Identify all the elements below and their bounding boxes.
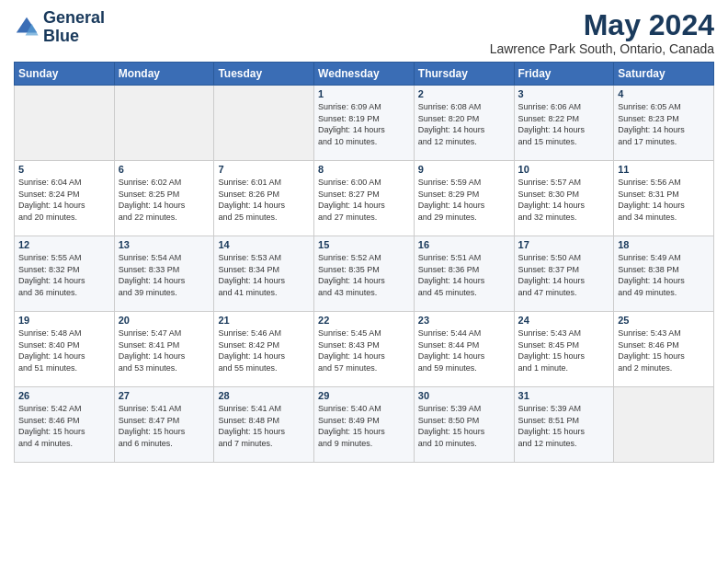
calendar-cell: 25Sunrise: 5:43 AM Sunset: 8:46 PM Dayli…: [614, 312, 714, 387]
month-title: May 2024: [490, 9, 714, 41]
calendar-cell: 6Sunrise: 6:02 AM Sunset: 8:25 PM Daylig…: [114, 161, 214, 236]
calendar-cell: 18Sunrise: 5:49 AM Sunset: 8:38 PM Dayli…: [614, 236, 714, 312]
logo-text: General Blue: [43, 9, 105, 46]
day-info: Sunrise: 6:08 AM Sunset: 8:20 PM Dayligh…: [418, 101, 510, 147]
day-info: Sunrise: 5:43 AM Sunset: 8:45 PM Dayligh…: [518, 327, 610, 373]
calendar-week-row: 5Sunrise: 6:04 AM Sunset: 8:24 PM Daylig…: [15, 161, 714, 236]
calendar-cell: 8Sunrise: 6:00 AM Sunset: 8:27 PM Daylig…: [314, 161, 415, 236]
day-number: 21: [218, 315, 310, 326]
day-info: Sunrise: 5:41 AM Sunset: 8:47 PM Dayligh…: [119, 403, 210, 449]
day-info: Sunrise: 5:41 AM Sunset: 8:48 PM Dayligh…: [218, 403, 310, 449]
calendar-cell: 29Sunrise: 5:40 AM Sunset: 8:49 PM Dayli…: [314, 387, 415, 463]
day-info: Sunrise: 5:55 AM Sunset: 8:32 PM Dayligh…: [18, 252, 110, 298]
calendar-week-row: 1Sunrise: 6:09 AM Sunset: 8:19 PM Daylig…: [15, 86, 714, 161]
calendar-cell: 20Sunrise: 5:47 AM Sunset: 8:41 PM Dayli…: [114, 312, 214, 387]
logo-line2: Blue: [43, 28, 105, 46]
day-number: 16: [418, 239, 510, 250]
calendar-cell: 22Sunrise: 5:45 AM Sunset: 8:43 PM Dayli…: [314, 312, 415, 387]
calendar-cell: 27Sunrise: 5:41 AM Sunset: 8:47 PM Dayli…: [114, 387, 214, 463]
day-number: 5: [18, 164, 110, 175]
day-number: 30: [418, 390, 510, 401]
calendar-cell: [114, 86, 214, 161]
day-of-week-header: Wednesday: [314, 63, 415, 86]
day-number: 6: [119, 164, 210, 175]
calendar-table: SundayMondayTuesdayWednesdayThursdayFrid…: [14, 62, 714, 463]
day-info: Sunrise: 6:01 AM Sunset: 8:26 PM Dayligh…: [218, 177, 310, 223]
day-info: Sunrise: 5:52 AM Sunset: 8:35 PM Dayligh…: [318, 252, 410, 298]
calendar-cell: 13Sunrise: 5:54 AM Sunset: 8:33 PM Dayli…: [114, 236, 214, 312]
day-info: Sunrise: 6:09 AM Sunset: 8:19 PM Dayligh…: [318, 101, 410, 147]
day-number: 2: [418, 88, 510, 99]
day-info: Sunrise: 6:05 AM Sunset: 8:23 PM Dayligh…: [618, 101, 710, 147]
day-info: Sunrise: 5:39 AM Sunset: 8:51 PM Dayligh…: [518, 403, 610, 449]
calendar-cell: 9Sunrise: 5:59 AM Sunset: 8:29 PM Daylig…: [414, 161, 514, 236]
calendar-cell: 7Sunrise: 6:01 AM Sunset: 8:26 PM Daylig…: [214, 161, 314, 236]
day-info: Sunrise: 5:42 AM Sunset: 8:46 PM Dayligh…: [18, 403, 110, 449]
day-info: Sunrise: 5:40 AM Sunset: 8:49 PM Dayligh…: [318, 403, 410, 449]
day-info: Sunrise: 5:45 AM Sunset: 8:43 PM Dayligh…: [318, 327, 410, 373]
calendar-week-row: 26Sunrise: 5:42 AM Sunset: 8:46 PM Dayli…: [15, 387, 714, 463]
day-info: Sunrise: 5:43 AM Sunset: 8:46 PM Dayligh…: [618, 327, 710, 373]
day-number: 12: [18, 239, 110, 250]
day-info: Sunrise: 5:39 AM Sunset: 8:50 PM Dayligh…: [418, 403, 510, 449]
day-number: 1: [318, 88, 410, 99]
day-info: Sunrise: 5:54 AM Sunset: 8:33 PM Dayligh…: [119, 252, 210, 298]
calendar-cell: 4Sunrise: 6:05 AM Sunset: 8:23 PM Daylig…: [614, 86, 714, 161]
calendar-cell: 31Sunrise: 5:39 AM Sunset: 8:51 PM Dayli…: [514, 387, 614, 463]
calendar-cell: 2Sunrise: 6:08 AM Sunset: 8:20 PM Daylig…: [414, 86, 514, 161]
header: General Blue May 2024 Lawrence Park Sout…: [14, 9, 714, 56]
day-number: 24: [518, 315, 610, 326]
day-number: 20: [119, 315, 210, 326]
day-number: 14: [218, 239, 310, 250]
calendar-cell: 10Sunrise: 5:57 AM Sunset: 8:30 PM Dayli…: [514, 161, 614, 236]
calendar-cell: [15, 86, 115, 161]
calendar-cell: 19Sunrise: 5:48 AM Sunset: 8:40 PM Dayli…: [15, 312, 115, 387]
day-info: Sunrise: 5:46 AM Sunset: 8:42 PM Dayligh…: [218, 327, 310, 373]
calendar-cell: 11Sunrise: 5:56 AM Sunset: 8:31 PM Dayli…: [614, 161, 714, 236]
day-info: Sunrise: 6:04 AM Sunset: 8:24 PM Dayligh…: [18, 177, 110, 223]
calendar-cell: 24Sunrise: 5:43 AM Sunset: 8:45 PM Dayli…: [514, 312, 614, 387]
day-info: Sunrise: 5:57 AM Sunset: 8:30 PM Dayligh…: [518, 177, 610, 223]
day-number: 4: [618, 88, 710, 99]
day-number: 28: [218, 390, 310, 401]
day-number: 7: [218, 164, 310, 175]
day-info: Sunrise: 5:56 AM Sunset: 8:31 PM Dayligh…: [618, 177, 710, 223]
location: Lawrence Park South, Ontario, Canada: [490, 41, 714, 56]
day-number: 18: [618, 239, 710, 250]
day-info: Sunrise: 5:53 AM Sunset: 8:34 PM Dayligh…: [218, 252, 310, 298]
day-info: Sunrise: 5:50 AM Sunset: 8:37 PM Dayligh…: [518, 252, 610, 298]
day-number: 29: [318, 390, 410, 401]
day-info: Sunrise: 5:49 AM Sunset: 8:38 PM Dayligh…: [618, 252, 710, 298]
day-number: 3: [518, 88, 610, 99]
header-right: May 2024 Lawrence Park South, Ontario, C…: [490, 9, 714, 56]
calendar-week-row: 12Sunrise: 5:55 AM Sunset: 8:32 PM Dayli…: [15, 236, 714, 312]
day-number: 17: [518, 239, 610, 250]
calendar-cell: [614, 387, 714, 463]
calendar-cell: 30Sunrise: 5:39 AM Sunset: 8:50 PM Dayli…: [414, 387, 514, 463]
day-number: 23: [418, 315, 510, 326]
calendar-cell: 17Sunrise: 5:50 AM Sunset: 8:37 PM Dayli…: [514, 236, 614, 312]
calendar-cell: 28Sunrise: 5:41 AM Sunset: 8:48 PM Dayli…: [214, 387, 314, 463]
page: General Blue May 2024 Lawrence Park Sout…: [0, 0, 728, 563]
day-info: Sunrise: 5:59 AM Sunset: 8:29 PM Dayligh…: [418, 177, 510, 223]
day-number: 22: [318, 315, 410, 326]
day-info: Sunrise: 5:47 AM Sunset: 8:41 PM Dayligh…: [119, 327, 210, 373]
calendar-week-row: 19Sunrise: 5:48 AM Sunset: 8:40 PM Dayli…: [15, 312, 714, 387]
calendar-cell: 23Sunrise: 5:44 AM Sunset: 8:44 PM Dayli…: [414, 312, 514, 387]
calendar-cell: 14Sunrise: 5:53 AM Sunset: 8:34 PM Dayli…: [214, 236, 314, 312]
day-of-week-header: Sunday: [15, 63, 115, 86]
day-info: Sunrise: 5:48 AM Sunset: 8:40 PM Dayligh…: [18, 327, 110, 373]
day-number: 8: [318, 164, 410, 175]
day-number: 11: [618, 164, 710, 175]
day-of-week-header: Saturday: [614, 63, 714, 86]
calendar-cell: 5Sunrise: 6:04 AM Sunset: 8:24 PM Daylig…: [15, 161, 115, 236]
day-of-week-header: Thursday: [414, 63, 514, 86]
day-info: Sunrise: 5:44 AM Sunset: 8:44 PM Dayligh…: [418, 327, 510, 373]
logo-icon: [14, 15, 40, 40]
calendar-cell: 26Sunrise: 5:42 AM Sunset: 8:46 PM Dayli…: [15, 387, 115, 463]
day-number: 15: [318, 239, 410, 250]
day-number: 13: [119, 239, 210, 250]
day-number: 25: [618, 315, 710, 326]
day-of-week-header: Monday: [114, 63, 214, 86]
calendar-cell: [214, 86, 314, 161]
